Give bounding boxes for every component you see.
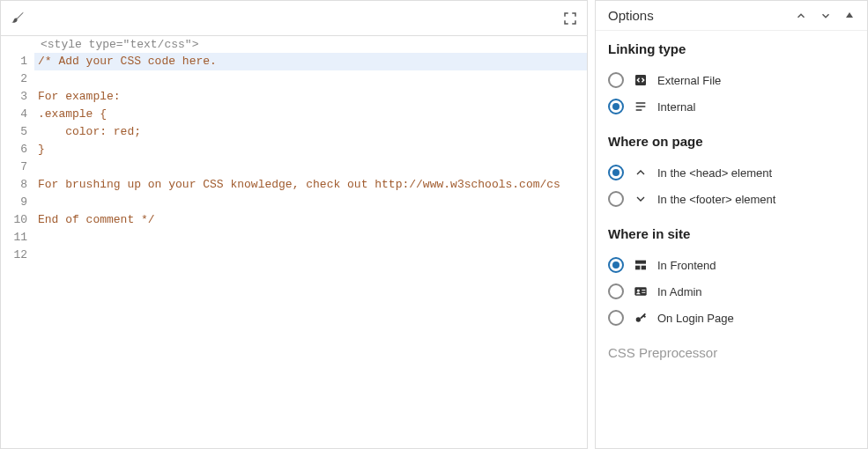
arrow-down-icon — [633, 191, 649, 207]
label-external-file: External File — [657, 74, 721, 87]
code-line[interactable]: For brushing up on your CSS knowledge, c… — [34, 176, 587, 194]
line-number: 8 — [1, 176, 27, 194]
line-number: 5 — [1, 123, 27, 141]
line-gutter: 123456789101112 — [1, 53, 34, 448]
svg-rect-1 — [635, 261, 646, 264]
option-in-admin[interactable]: In Admin — [608, 278, 855, 305]
line-number: 1 — [1, 53, 27, 70]
label-on-login-page: On Login Page — [657, 312, 734, 325]
radio-in-head[interactable] — [608, 165, 624, 180]
code-line[interactable]: End of comment */ — [34, 211, 587, 229]
heading-css-preprocessor: CSS Preprocessor — [608, 345, 855, 360]
svg-point-5 — [637, 290, 640, 292]
section-linking-type: Linking type External File Internal — [596, 31, 867, 123]
editor-body: <style type="text/css"> 123456789101112 … — [1, 36, 587, 448]
options-title: Options — [608, 8, 654, 23]
code-line[interactable]: } — [34, 141, 587, 158]
option-in-footer[interactable]: In the <footer> element — [608, 186, 855, 212]
heading-linking-type: Linking type — [608, 41, 855, 56]
radio-in-admin[interactable] — [608, 283, 624, 299]
svg-point-6 — [636, 317, 641, 321]
option-external-file[interactable]: External File — [608, 67, 855, 93]
code-line[interactable] — [34, 229, 587, 247]
label-in-footer: In the <footer> element — [657, 193, 775, 206]
line-number: 7 — [1, 158, 27, 176]
radio-in-frontend[interactable] — [608, 257, 624, 273]
key-icon — [633, 310, 649, 326]
code-file-icon — [633, 72, 649, 88]
label-in-admin: In Admin — [657, 285, 702, 298]
option-in-head[interactable]: In the <head> element — [608, 159, 855, 186]
option-in-frontend[interactable]: In Frontend — [608, 252, 855, 278]
radio-in-footer[interactable] — [608, 191, 624, 207]
code-line[interactable]: .example { — [34, 106, 587, 123]
option-internal[interactable]: Internal — [608, 93, 855, 120]
section-where-in-site: Where in site In Frontend In Admin On Lo… — [596, 216, 867, 335]
line-number: 9 — [1, 194, 27, 211]
chevron-up-icon[interactable] — [795, 10, 807, 22]
line-number: 10 — [1, 211, 27, 229]
code-line[interactable]: For example: — [34, 88, 587, 106]
lines-icon — [633, 99, 649, 114]
chevron-down-icon[interactable] — [820, 10, 832, 22]
radio-internal[interactable] — [608, 99, 624, 114]
code-line[interactable] — [34, 70, 587, 88]
code-line[interactable]: /* Add your CSS code here. — [34, 53, 587, 70]
line-number: 2 — [1, 70, 27, 88]
editor-toolbar — [1, 1, 587, 36]
brush-icon[interactable] — [10, 11, 26, 26]
section-where-on-page: Where on page In the <head> element In t… — [596, 123, 867, 216]
layout-icon — [633, 257, 649, 273]
arrow-up-icon — [633, 165, 649, 180]
code-line[interactable] — [34, 194, 587, 211]
heading-where-in-site: Where in site — [608, 226, 855, 241]
section-css-preprocessor: CSS Preprocessor — [596, 335, 867, 374]
label-in-head: In the <head> element — [657, 166, 772, 180]
fullscreen-icon[interactable] — [562, 11, 578, 26]
id-card-icon — [633, 283, 649, 299]
option-on-login-page[interactable]: On Login Page — [608, 305, 855, 331]
radio-on-login-page[interactable] — [608, 310, 624, 326]
line-number: 4 — [1, 106, 27, 123]
code-line[interactable] — [34, 247, 587, 264]
collapse-icon[interactable] — [844, 10, 855, 22]
code-line[interactable] — [34, 158, 587, 176]
options-header: Options — [596, 1, 867, 31]
code-line[interactable]: color: red; — [34, 123, 587, 141]
svg-rect-3 — [642, 266, 646, 270]
options-header-actions — [795, 10, 855, 22]
label-in-frontend: In Frontend — [657, 259, 716, 272]
options-panel: Options Linking type External File — [595, 0, 868, 449]
style-tag-label: <style type="text/css"> — [1, 36, 587, 53]
line-number: 6 — [1, 141, 27, 158]
svg-rect-2 — [635, 266, 640, 270]
line-number: 11 — [1, 229, 27, 247]
label-internal: Internal — [657, 100, 695, 114]
editor-panel: <style type="text/css"> 123456789101112 … — [0, 0, 588, 449]
code-lines[interactable]: /* Add your CSS code here.For example:.e… — [34, 53, 587, 448]
code-area[interactable]: 123456789101112 /* Add your CSS code her… — [1, 53, 587, 448]
heading-where-on-page: Where on page — [608, 134, 855, 149]
radio-external-file[interactable] — [608, 72, 624, 88]
line-number: 3 — [1, 88, 27, 106]
line-number: 12 — [1, 247, 27, 264]
